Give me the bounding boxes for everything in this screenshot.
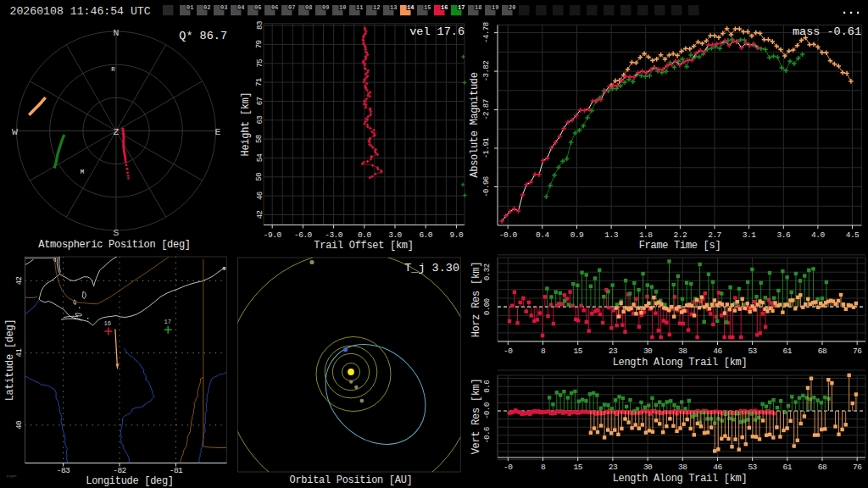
- svg-text:M: M: [81, 169, 85, 175]
- svg-text:Horz Res [km]: Horz Res [km]: [470, 262, 482, 338]
- svg-text:-0.0: -0.0: [499, 230, 518, 240]
- svg-text:07: 07: [288, 4, 295, 11]
- svg-text:16: 16: [103, 320, 111, 327]
- svg-text:10: 10: [339, 4, 346, 11]
- svg-text:71: 71: [255, 78, 264, 86]
- svg-text:12: 12: [373, 4, 380, 11]
- svg-text:-0.0: -0.0: [483, 402, 492, 419]
- svg-text:54: 54: [256, 153, 264, 162]
- svg-text:05: 05: [254, 4, 261, 11]
- svg-text:13: 13: [390, 4, 397, 11]
- svg-text:-0: -0: [504, 463, 513, 472]
- svg-text:3.0: 3.0: [388, 230, 402, 240]
- svg-text:Height [km]: Height [km]: [240, 92, 252, 157]
- svg-text:3.1: 3.1: [743, 230, 756, 240]
- svg-text:19: 19: [492, 4, 498, 11]
- svg-text:23: 23: [609, 347, 618, 356]
- svg-text:53: 53: [748, 347, 757, 356]
- svg-text:08: 08: [305, 4, 312, 11]
- svg-text:58: 58: [255, 135, 264, 143]
- svg-text:-4.78: -4.78: [482, 22, 491, 43]
- svg-text:6.0: 6.0: [419, 230, 432, 240]
- svg-text:-2.87: -2.87: [482, 99, 491, 120]
- svg-text:23: 23: [609, 463, 618, 472]
- svg-text:20: 20: [509, 4, 515, 11]
- svg-text:-83: -83: [57, 466, 70, 475]
- svg-text:17: 17: [458, 4, 465, 11]
- svg-text:-3.0: -3.0: [325, 230, 343, 240]
- svg-text:67: 67: [256, 97, 264, 105]
- svg-text:42: 42: [15, 276, 24, 285]
- svg-text:4.5: 4.5: [846, 230, 860, 240]
- svg-text:16: 16: [441, 4, 448, 11]
- svg-text:42: 42: [256, 211, 264, 219]
- svg-text:61: 61: [783, 347, 793, 356]
- svg-text:46: 46: [713, 463, 722, 472]
- svg-text:8: 8: [541, 463, 546, 472]
- svg-text:3.6: 3.6: [776, 230, 790, 240]
- svg-text:76: 76: [853, 347, 862, 356]
- svg-text:R: R: [111, 66, 115, 73]
- svg-text:Frame Time [s]: Frame Time [s]: [639, 240, 721, 252]
- svg-text:8: 8: [541, 347, 546, 356]
- svg-text:40: 40: [15, 421, 24, 430]
- svg-text:Latitude [deg]: Latitude [deg]: [4, 319, 16, 402]
- svg-text:W: W: [12, 126, 18, 137]
- svg-text:53: 53: [748, 463, 757, 472]
- svg-text:2.2: 2.2: [674, 230, 687, 240]
- svg-text:38: 38: [678, 463, 687, 472]
- svg-text:9.0: 9.0: [450, 230, 464, 240]
- svg-text:4.0: 4.0: [811, 230, 825, 240]
- svg-text:01: 01: [186, 4, 193, 11]
- svg-text:61: 61: [783, 463, 793, 472]
- svg-text:-6.0: -6.0: [294, 230, 313, 240]
- svg-text:0.9: 0.9: [570, 230, 584, 240]
- svg-text:14: 14: [407, 4, 414, 11]
- svg-text:83: 83: [256, 21, 264, 30]
- svg-text:Orbital Position [AU]: Orbital Position [AU]: [290, 474, 413, 486]
- svg-text:38: 38: [678, 347, 687, 356]
- svg-text:-0.6: -0.6: [483, 427, 492, 444]
- svg-text:Longitude [deg]: Longitude [deg]: [86, 475, 174, 487]
- svg-text:-0: -0: [504, 347, 513, 356]
- svg-text:pygmt: pygmt: [7, 474, 17, 478]
- svg-text:0.32: 0.32: [483, 263, 492, 280]
- svg-text:46: 46: [256, 191, 264, 200]
- svg-text:46: 46: [713, 347, 722, 356]
- svg-text:Atmospheric Position [deg]: Atmospheric Position [deg]: [38, 239, 190, 251]
- svg-text:-9.0: -9.0: [264, 230, 282, 240]
- svg-text:0.0: 0.0: [358, 230, 371, 240]
- svg-text:0.4: 0.4: [536, 230, 549, 240]
- svg-text:Q* 86.7: Q* 86.7: [179, 30, 227, 42]
- svg-text:50: 50: [255, 173, 264, 181]
- svg-text:15: 15: [573, 463, 582, 472]
- svg-text:1.3: 1.3: [604, 230, 618, 240]
- svg-text:30: 30: [643, 347, 653, 356]
- svg-text:20260108 11:46:54 UTC: 20260108 11:46:54 UTC: [10, 5, 151, 18]
- svg-text:mass -0.61: mass -0.61: [793, 25, 861, 38]
- svg-text:Length Along Trail [km]: Length Along Trail [km]: [613, 473, 748, 485]
- svg-text:2.7: 2.7: [708, 230, 721, 240]
- svg-text:15: 15: [573, 347, 582, 356]
- svg-text:T_j 3.30: T_j 3.30: [404, 262, 459, 274]
- svg-text:76: 76: [853, 463, 862, 472]
- svg-text:79: 79: [255, 40, 264, 48]
- svg-text:1.8: 1.8: [639, 230, 653, 240]
- svg-text:68: 68: [818, 463, 827, 472]
- svg-text:-82: -82: [113, 466, 126, 475]
- svg-text:17: 17: [164, 319, 171, 325]
- svg-text:-3.82: -3.82: [482, 61, 491, 82]
- svg-text:S: S: [114, 227, 120, 238]
- svg-text:Length Along Trail [km]: Length Along Trail [km]: [613, 357, 748, 369]
- svg-text:E: E: [215, 126, 221, 137]
- svg-text:-81: -81: [170, 466, 183, 475]
- svg-text:Z: Z: [114, 126, 120, 137]
- svg-text:02: 02: [203, 4, 210, 11]
- svg-text:06: 06: [271, 4, 278, 11]
- svg-text:30: 30: [643, 463, 653, 472]
- svg-text:41: 41: [15, 349, 24, 358]
- svg-text:Absolute Magnitude: Absolute Magnitude: [469, 72, 481, 177]
- svg-text:-0.96: -0.96: [482, 176, 491, 197]
- svg-text:75: 75: [256, 59, 264, 68]
- svg-text:11: 11: [356, 4, 363, 11]
